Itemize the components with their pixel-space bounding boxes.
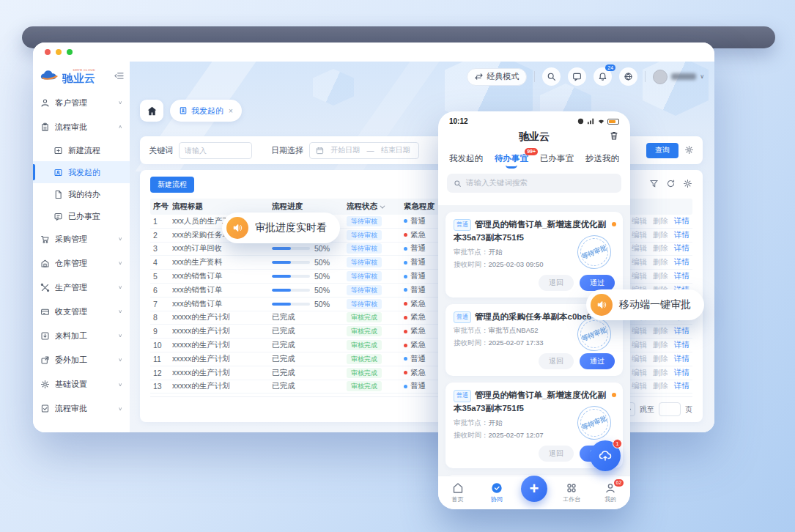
approval-node: 开始 — [489, 418, 503, 426]
callout-text: 移动端一键审批 — [619, 298, 691, 311]
delete-link[interactable]: 删除 — [653, 381, 668, 391]
status-badge: 等待审核 — [347, 285, 382, 295]
notification-button[interactable]: 24 — [594, 67, 612, 86]
nav-collab[interactable]: 协同 — [482, 482, 511, 503]
reject-button[interactable]: 退回 — [539, 353, 574, 369]
search-button[interactable] — [542, 67, 561, 86]
nav-add-button[interactable]: + — [521, 476, 547, 502]
sidebar-item-settings[interactable]: 基础设置∨ — [33, 372, 130, 396]
approve-button[interactable]: 通过 — [580, 353, 615, 369]
doc-icon — [53, 190, 63, 199]
sidebar-item-my-todo[interactable]: 我的待办 — [33, 183, 130, 205]
detail-link[interactable]: 详情 — [674, 257, 689, 267]
language-button[interactable] — [619, 67, 637, 86]
batch-approve-fab[interactable]: 1 — [590, 440, 621, 471]
delete-link[interactable]: 删除 — [653, 340, 668, 350]
traffic-lights[interactable] — [45, 49, 73, 55]
message-button[interactable] — [568, 67, 586, 86]
tab-my-initiated[interactable]: 我发起的 × — [170, 100, 242, 122]
sidebar-item-outsource[interactable]: 委外加工∨ — [33, 348, 130, 372]
sidebar-item-approval[interactable]: 流程审批∧ — [33, 115, 130, 139]
detail-link[interactable]: 详情 — [674, 326, 689, 336]
sidebar-item-purchasing[interactable]: 采购管理∨ — [33, 227, 130, 251]
mobile-tab-cc[interactable]: 抄送我的 — [585, 153, 619, 168]
mobile-search-placeholder: 请输入关键词搜索 — [466, 178, 528, 188]
user-menu[interactable]: ∨ — [653, 70, 704, 84]
sidebar-item-production[interactable]: 生产管理∨ — [33, 276, 130, 300]
mobile-search-bar[interactable]: 请输入关键词搜索 — [447, 174, 621, 193]
delete-link[interactable]: 删除 — [653, 216, 668, 226]
settings-icon[interactable] — [683, 178, 692, 191]
nav-profile[interactable]: 我的62 — [596, 482, 625, 503]
start-date-placeholder: 开始日期 — [328, 145, 363, 155]
filter-settings-icon[interactable] — [684, 145, 694, 156]
reject-button[interactable]: 退回 — [539, 446, 574, 462]
date-range-picker[interactable]: 开始日期 — 结束日期 — [309, 142, 419, 159]
mobile-tabs: 我发起的 待办事宜99+ 已办事宜 抄送我的 — [438, 147, 630, 172]
edit-link[interactable]: 编辑 — [632, 326, 647, 336]
edit-link[interactable]: 编辑 — [632, 216, 647, 226]
detail-link[interactable]: 详情 — [674, 368, 689, 378]
delete-link[interactable]: 删除 — [653, 230, 668, 240]
sidebar-item-incoming[interactable]: 来料加工∨ — [33, 324, 130, 348]
clipboard-icon — [40, 122, 50, 132]
status-badge: 等待审核 — [347, 243, 382, 254]
edit-link[interactable]: 编辑 — [632, 381, 647, 391]
filter-icon[interactable] — [649, 178, 659, 191]
approve-button[interactable]: 通过 — [580, 275, 615, 291]
keyword-input[interactable] — [179, 142, 252, 159]
new-process-button[interactable]: 新建流程 — [150, 177, 194, 193]
page-jump-input[interactable] — [659, 402, 681, 416]
receive-time: 2025-02-03 09:50 — [489, 260, 544, 268]
edit-link[interactable]: 编辑 — [632, 354, 647, 364]
classic-mode-button[interactable]: 经典模式 — [467, 68, 527, 86]
detail-link[interactable]: 详情 — [674, 381, 689, 391]
home-tab-button[interactable] — [140, 100, 163, 122]
delete-link[interactable]: 删除 — [653, 354, 668, 364]
doc-new-icon — [53, 146, 63, 155]
edit-link[interactable]: 编辑 — [632, 257, 647, 267]
speaker-icon — [591, 294, 613, 316]
sidebar-item-done[interactable]: 已办事宜 — [33, 205, 130, 227]
sidebar-item-customer[interactable]: 客户管理∨ — [33, 91, 130, 115]
edit-link[interactable]: 编辑 — [632, 368, 647, 378]
mobile-tab-todo[interactable]: 待办事宜99+ — [495, 153, 528, 168]
delete-link[interactable]: 删除 — [653, 368, 668, 378]
detail-link[interactable]: 详情 — [674, 230, 689, 240]
detail-link[interactable]: 详情 — [674, 271, 689, 281]
delete-link[interactable]: 删除 — [653, 271, 668, 281]
sidebar-item-my-initiated[interactable]: 我发起的 — [33, 161, 130, 183]
detail-link[interactable]: 详情 — [674, 340, 689, 350]
collapse-sidebar-icon[interactable] — [114, 70, 124, 83]
callout-progress: 审批进度实时看 — [222, 213, 340, 243]
status-time: 10:12 — [449, 117, 468, 125]
delete-link[interactable]: 删除 — [653, 326, 668, 336]
reject-button[interactable]: 退回 — [539, 275, 574, 291]
sidebar-item-approval2[interactable]: 流程审批∨ — [33, 396, 130, 421]
delete-link[interactable]: 删除 — [653, 243, 668, 254]
delete-link[interactable]: 删除 — [653, 257, 668, 267]
detail-link[interactable]: 详情 — [674, 354, 689, 364]
edit-link[interactable]: 编辑 — [632, 340, 647, 350]
detail-link[interactable]: 详情 — [674, 216, 689, 226]
minimize-window-icon — [56, 49, 62, 55]
approval-card[interactable]: 普通管理员的销售订单_新增速度优化副本35a73副本751f5 等待审批 审批节… — [445, 212, 623, 298]
nav-home[interactable]: 首页 — [443, 482, 473, 503]
sidebar-item-new-process[interactable]: 新建流程 — [33, 139, 130, 161]
card-title: 管理员的采购任务单副本c0be6 — [475, 312, 591, 321]
nav-workbench[interactable]: 工作台 — [557, 482, 586, 503]
sidebar-item-finance[interactable]: 收支管理∨ — [33, 300, 130, 324]
query-button[interactable]: 查询 — [646, 143, 678, 158]
close-tab-icon[interactable]: × — [229, 107, 233, 115]
divider — [645, 71, 646, 82]
trash-icon[interactable] — [609, 130, 619, 144]
edit-link[interactable]: 编辑 — [632, 271, 647, 281]
mobile-tab-initiated[interactable]: 我发起的 — [449, 153, 483, 168]
mobile-tab-done[interactable]: 已办事宜 — [540, 153, 574, 168]
detail-link[interactable]: 详情 — [674, 243, 689, 254]
refresh-icon[interactable] — [666, 178, 676, 191]
edit-link[interactable]: 编辑 — [632, 243, 647, 254]
status-header[interactable]: 流程状态 — [347, 202, 404, 212]
edit-link[interactable]: 编辑 — [632, 230, 647, 240]
sidebar-item-warehouse[interactable]: 仓库管理∨ — [33, 251, 130, 276]
